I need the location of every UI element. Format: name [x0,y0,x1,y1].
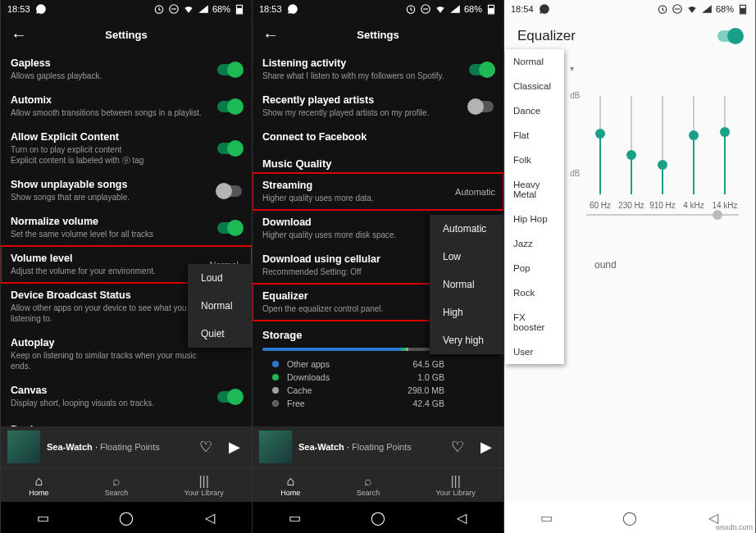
library-icon: ||| [184,474,224,489]
eq-band[interactable]: 4 kHz [679,96,708,210]
opt-loud[interactable]: Loud [188,264,252,292]
opt-automatic[interactable]: Automatic [430,215,503,243]
eq-toggle[interactable] [717,30,742,42]
tab-library[interactable]: |||Your Library [436,474,476,497]
toggle[interactable] [217,143,242,154]
tab-search[interactable]: ⌕Search [105,474,129,497]
slider-knob[interactable] [689,130,699,140]
android-navbar: ▭ ◯ ◁ [1,502,252,533]
row-automix[interactable]: AutomixAllow smooth transitions between … [1,88,252,125]
toggle[interactable] [469,64,494,75]
statusbar: 18:54 68% [504,0,755,18]
nav-home-icon[interactable]: ◯ [370,509,386,526]
band-label: 14 kHz [712,201,737,210]
row-normalize[interactable]: Normalize volumeSet the same volume leve… [1,209,252,246]
phone-2: 18:53 68% ← Settings Listening activityS… [252,0,503,533]
tab-home[interactable]: ⌂Home [280,474,300,497]
preset-option[interactable]: Folk [505,148,564,172]
chevron-down-icon[interactable]: ▾ [570,64,574,73]
slider-knob[interactable] [626,150,636,160]
opt-low[interactable]: Low [430,243,503,271]
row-recent-artists[interactable]: Recently played artistsShow my recently … [253,88,503,125]
band-label: 4 kHz [683,201,704,210]
slider-knob[interactable] [658,160,667,170]
nav-home-icon[interactable]: ◯ [118,509,134,526]
opt-quiet[interactable]: Quiet [188,320,252,348]
row-unplayable[interactable]: Show unplayable songsShow songs that are… [1,172,252,209]
signal-icon [701,3,713,15]
whatsapp-icon [287,3,298,15]
preset-option[interactable]: Pop [505,256,564,280]
preset-option[interactable]: Flat [505,123,564,148]
storage-downloads: Downloads1.0 GB [253,371,503,384]
quality-popup: Automatic Low Normal High Very high [430,215,503,354]
time: 18:53 [259,4,282,14]
row-listening-activity[interactable]: Listening activityShare what I listen to… [253,51,503,88]
preset-option[interactable]: Hip Hop [505,207,564,231]
battery-icon [737,3,749,15]
slider-knob[interactable] [595,129,605,139]
eq-band[interactable]: 14 kHz [710,96,740,210]
tab-search[interactable]: ⌕Search [357,474,380,497]
preset-option[interactable]: Classical [505,74,564,98]
battery-text: 68% [464,4,482,14]
nav-recents-icon[interactable]: ▭ [538,509,554,526]
whatsapp-icon [35,3,47,15]
section-devices: Devices [1,415,252,426]
header: ← Settings [253,18,503,51]
toggle[interactable] [217,391,242,403]
band-label: 230 Hz [618,201,644,210]
tab-home[interactable]: ⌂Home [29,474,48,497]
nav-recents-icon[interactable]: ▭ [34,509,51,526]
toggle[interactable] [217,185,242,197]
opt-normal[interactable]: Normal [188,292,252,320]
preset-option[interactable]: Rock [505,280,564,305]
preset-option[interactable]: Normal [505,49,564,74]
play-icon[interactable]: ▶ [476,438,497,456]
play-icon[interactable]: ▶ [224,438,245,456]
heart-icon[interactable]: ♡ [194,438,217,456]
preset-option[interactable]: Dance [505,98,564,123]
wifi-icon [435,3,446,15]
now-playing-bar[interactable]: Sea-Watch · Floating Points ♡ ▶ [253,426,503,467]
eq-band[interactable]: 230 Hz [617,96,646,210]
toggle[interactable] [217,64,242,75]
svg-rect-11 [740,8,745,13]
row-streaming[interactable]: StreamingHigher quality uses more data.A… [253,173,503,210]
toggle[interactable] [217,101,242,112]
storage-free: Free42.4 GB [253,397,503,410]
bass-slider[interactable] [586,214,739,216]
preset-option[interactable]: User [505,339,564,364]
row-gapless[interactable]: GaplessAllows gapless playback. [1,51,252,88]
nav-recents-icon[interactable]: ▭ [286,509,303,526]
opt-veryhigh[interactable]: Very high [430,326,503,354]
home-icon: ⌂ [280,474,300,489]
eq-sliders: 60 Hz230 Hz910 Hz4 kHz14 kHz [578,79,747,210]
settings-content: Listening activityShare what I listen to… [253,51,503,426]
row-canvas[interactable]: CanvasDisplay short, looping visuals on … [1,378,252,415]
slider-knob[interactable] [720,127,730,137]
preset-option[interactable]: Jazz [505,231,564,256]
bass-knob[interactable] [713,210,722,220]
nav-back-icon[interactable]: ◁ [453,509,470,526]
nav-home-icon[interactable]: ◯ [622,509,638,526]
tab-library[interactable]: |||Your Library [184,474,224,497]
heart-icon[interactable]: ♡ [446,438,469,456]
preset-option[interactable]: Heavy Metal [505,172,564,207]
now-playing-bar[interactable]: Sea-Watch · Floating Points ♡ ▶ [1,426,252,467]
nav-back-icon[interactable]: ◁ [202,509,218,526]
phone-1: 18:53 68% ← Settings GaplessAllows gaple… [0,0,252,533]
alarm-icon [405,3,417,15]
eq-band[interactable]: 910 Hz [648,96,677,210]
row-connect-facebook[interactable]: Connect to Facebook [253,125,503,149]
battery-icon [234,3,245,15]
eq-band[interactable]: 60 Hz [585,96,615,210]
android-navbar: ▭ ◯ ◁ [253,502,503,533]
toggle[interactable] [217,222,242,234]
home-icon: ⌂ [29,474,48,489]
row-explicit[interactable]: Allow Explicit ContentTurn on to play ex… [1,125,252,172]
toggle[interactable] [469,101,494,112]
opt-normal[interactable]: Normal [430,271,503,298]
preset-option[interactable]: FX booster [505,305,564,339]
opt-high[interactable]: High [430,298,503,326]
